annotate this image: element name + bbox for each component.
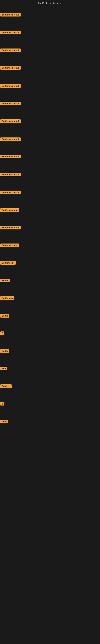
bottleneck-badge[interactable]: Bottleneck resu [0, 244, 19, 247]
bottleneck-item: B [0, 332, 4, 336]
bottleneck-item: Bottleneck result [0, 30, 21, 35]
site-title: TheBottlenecker.com [38, 2, 62, 5]
bottleneck-item: Bottleneck result [0, 138, 21, 142]
bottleneck-item: Bottleneck result [0, 119, 21, 124]
bottleneck-badge[interactable]: Bottlen [0, 279, 10, 282]
bottleneck-item: Bottleneck resu [0, 208, 19, 213]
bottleneck-item: Bottleneck result [0, 48, 21, 53]
bottleneck-item: Bottleneck result [0, 173, 21, 177]
bottleneck-item: Bottlens [0, 384, 12, 389]
bottleneck-item: Bottle [0, 314, 9, 318]
bottleneck-item: Bottlen [0, 279, 10, 283]
bottleneck-badge[interactable]: Bottleneck result [0, 102, 21, 105]
bottleneck-badge[interactable]: Bottleneck result [0, 48, 21, 52]
bottleneck-item: Bottleneck result [0, 66, 21, 70]
bottleneck-item: Bottleneck result [0, 84, 21, 88]
bottleneck-badge[interactable]: Bottle [0, 349, 9, 353]
bottleneck-badge[interactable]: Bottle [0, 314, 9, 318]
bottleneck-badge[interactable]: Bottleneck result [0, 173, 21, 176]
bottleneck-badge[interactable]: B [0, 332, 4, 335]
bottleneck-badge[interactable]: Bottleneck result [0, 66, 21, 70]
bottleneck-badge[interactable]: B [0, 402, 4, 406]
bottleneck-badge[interactable]: Bottleneck result [0, 13, 21, 16]
bottleneck-badge[interactable]: Bottleneck result [0, 190, 21, 194]
bottleneck-item: Bott [0, 367, 7, 371]
bottleneck-badge[interactable]: Bottleneck [0, 296, 14, 300]
bottleneck-badge[interactable]: Bottl [0, 420, 8, 423]
bottleneck-badge[interactable]: Bottleneck result [0, 119, 21, 123]
bottleneck-badge[interactable]: Bottleneck result [0, 30, 21, 34]
bottleneck-item: Bottl [0, 420, 8, 424]
bottleneck-item: Bottleneck [0, 296, 14, 301]
bottleneck-badge[interactable]: Bottleneck r [0, 261, 16, 265]
bottleneck-item: Bottleneck result [0, 155, 21, 159]
bottleneck-badge[interactable]: Bottleneck result [0, 84, 21, 88]
bottleneck-item: Bottle [0, 349, 9, 354]
items-container: Bottleneck resultBottleneck resultBottle… [0, 6, 100, 644]
bottleneck-badge[interactable]: Bottleneck result [0, 138, 21, 141]
site-header: TheBottlenecker.com [0, 0, 100, 6]
bottleneck-item: Bottleneck result [0, 226, 21, 230]
bottleneck-badge[interactable]: Bottleneck result [0, 155, 21, 158]
bottleneck-item: Bottleneck resu [0, 244, 19, 248]
bottleneck-badge[interactable]: Bottleneck result [0, 226, 21, 230]
bottleneck-badge[interactable]: Bott [0, 367, 7, 370]
bottleneck-item: Bottleneck r [0, 261, 16, 266]
bottleneck-badge[interactable]: Bottleneck resu [0, 208, 19, 212]
bottleneck-item: Bottleneck result [0, 13, 21, 17]
bottleneck-item: B [0, 402, 4, 406]
bottleneck-item: Bottleneck result [0, 190, 21, 195]
bottleneck-badge[interactable]: Bottlens [0, 384, 12, 388]
bottleneck-item: Bottleneck result [0, 102, 21, 106]
